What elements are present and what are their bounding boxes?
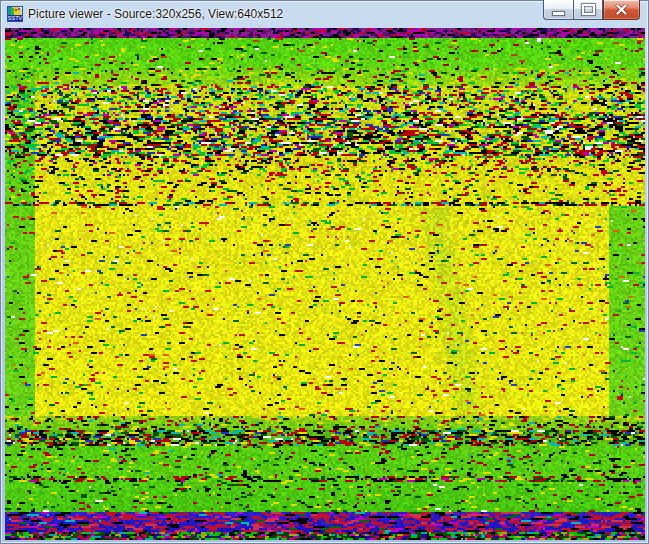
window-title: Picture viewer - Source:320x256, View:64… [28,7,283,21]
close-button[interactable] [603,0,640,20]
maximize-button[interactable] [573,0,603,20]
sstv-app-icon[interactable]: SSTV [7,6,23,22]
minimize-icon [553,12,564,15]
close-icon [615,4,628,15]
sstv-app-icon-image: SSTV [7,6,23,22]
sstv-icon-label: SSTV [8,15,23,21]
picture-image[interactable] [5,28,645,540]
maximize-icon [582,4,595,15]
minimize-button[interactable] [543,0,573,20]
picture-viewer-window: SSTV Picture viewer - Source:320x256, Vi… [0,0,649,544]
title-bar[interactable]: SSTV Picture viewer - Source:320x256, Vi… [0,0,649,28]
caption-button-group [543,0,640,20]
